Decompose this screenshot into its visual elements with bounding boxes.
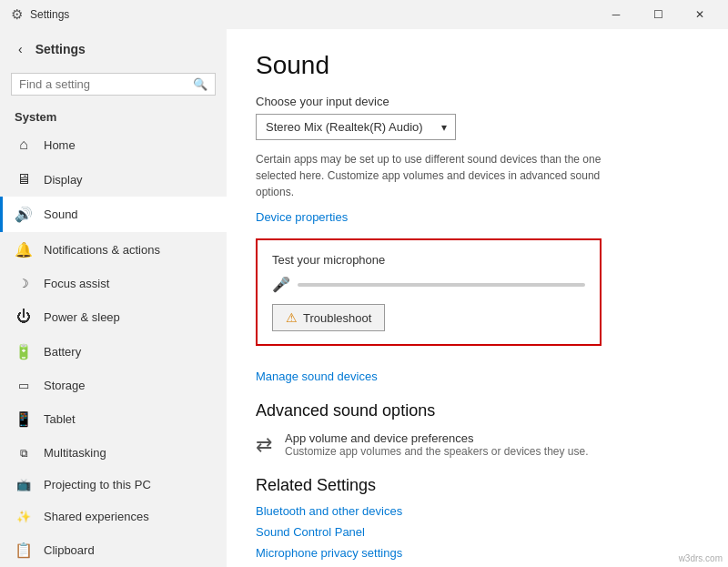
- titlebar-controls: ─ ☐ ✕: [595, 0, 721, 29]
- storage-icon: ▭: [15, 379, 33, 392]
- sidebar-item-label-tablet: Tablet: [44, 412, 76, 426]
- projecting-icon: 📺: [15, 478, 33, 491]
- advanced-item-text: App volume and device preferences Custom…: [285, 431, 589, 458]
- sound-description: Certain apps may be set up to use differ…: [256, 151, 620, 200]
- sidebar-app-title: Settings: [35, 42, 86, 56]
- sidebar-item-storage[interactable]: ▭ Storage: [0, 370, 227, 401]
- manage-sound-devices-link[interactable]: Manage sound devices: [256, 370, 378, 383]
- sidebar-item-power[interactable]: ⏻ Power & sleep: [0, 299, 227, 334]
- related-link-microphone-privacy[interactable]: Microphone privacy settings: [256, 546, 699, 560]
- sidebar-item-label-multitasking: Multitasking: [44, 446, 106, 460]
- sidebar-item-battery[interactable]: 🔋 Battery: [0, 334, 227, 370]
- search-box[interactable]: 🔍: [11, 73, 216, 96]
- watermark: w3drs.com: [679, 553, 723, 563]
- maximize-button[interactable]: ☐: [637, 0, 679, 29]
- advanced-item-desc: Customize app volumes and the speakers o…: [285, 445, 589, 458]
- page-title: Sound: [256, 51, 699, 80]
- search-input[interactable]: [19, 77, 187, 91]
- advanced-heading: Advanced sound options: [256, 401, 699, 420]
- sidebar-nav-header: ‹ Settings: [0, 29, 227, 69]
- input-device-select[interactable]: Stereo Mix (Realtek(R) Audio): [256, 114, 456, 140]
- sidebar-item-focus[interactable]: ☽ Focus assist: [0, 268, 227, 299]
- mic-test-label: Test your microphone: [272, 253, 585, 267]
- sidebar-item-label-sound: Sound: [44, 208, 78, 221]
- sidebar-item-label-power: Power & sleep: [44, 310, 120, 324]
- sidebar-item-label-storage: Storage: [44, 379, 86, 392]
- sound-icon: 🔊: [15, 206, 33, 223]
- display-icon: 🖥: [15, 171, 33, 187]
- multitasking-icon: ⧉: [15, 447, 33, 460]
- titlebar-left: ⚙ Settings: [11, 6, 69, 23]
- sidebar-item-label-clipboard: Clipboard: [44, 543, 95, 557]
- mic-button[interactable]: 🎤: [272, 276, 290, 293]
- mic-bar-row: 🎤: [272, 276, 585, 293]
- sidebar-item-tablet[interactable]: 📱 Tablet: [0, 401, 227, 437]
- close-button[interactable]: ✕: [679, 0, 721, 29]
- main-content: Sound Choose your input device Stereo Mi…: [227, 29, 728, 567]
- shared-icon: ✨: [15, 510, 33, 523]
- sidebar-item-sound[interactable]: 🔊 Sound: [0, 197, 227, 232]
- search-icon: 🔍: [193, 77, 207, 91]
- titlebar-title: Settings: [30, 8, 69, 21]
- advanced-item: ⇄ App volume and device preferences Cust…: [256, 431, 699, 458]
- sidebar-item-label-display: Display: [44, 173, 83, 187]
- related-link-bluetooth[interactable]: Bluetooth and other devices: [256, 504, 699, 518]
- home-icon: ⌂: [15, 137, 33, 153]
- notifications-icon: 🔔: [15, 241, 33, 258]
- sidebar-item-notifications[interactable]: 🔔 Notifications & actions: [0, 232, 227, 268]
- mic-bar-track: [298, 283, 585, 287]
- back-button[interactable]: ‹: [15, 38, 26, 60]
- battery-icon: 🔋: [15, 343, 33, 360]
- sidebar-item-display[interactable]: 🖥 Display: [0, 162, 227, 197]
- focus-icon: ☽: [15, 277, 33, 290]
- tablet-icon: 📱: [15, 410, 33, 428]
- sidebar-item-clipboard[interactable]: 📋 Clipboard: [0, 532, 227, 567]
- power-icon: ⏻: [15, 309, 33, 325]
- related-link-sound-control[interactable]: Sound Control Panel: [256, 525, 699, 539]
- troubleshoot-button[interactable]: ⚠ Troubleshoot: [272, 304, 385, 331]
- clipboard-icon: 📋: [15, 542, 33, 559]
- mic-test-box: Test your microphone 🎤 ⚠ Troubleshoot: [256, 238, 602, 346]
- sidebar-item-shared[interactable]: ✨ Shared experiences: [0, 501, 227, 532]
- sidebar-item-label-shared: Shared experiences: [44, 510, 149, 523]
- sidebar-item-multitasking[interactable]: ⧉ Multitasking: [0, 437, 227, 469]
- sidebar-section-label: System: [0, 103, 227, 127]
- minimize-button[interactable]: ─: [595, 0, 637, 29]
- titlebar: ⚙ Settings ─ ☐ ✕: [0, 0, 728, 29]
- sidebar: ‹ Settings 🔍 System ⌂ Home 🖥 Display 🔊 S…: [0, 29, 227, 567]
- app-volume-icon: ⇄: [256, 433, 272, 457]
- advanced-item-title[interactable]: App volume and device preferences: [285, 431, 589, 445]
- input-section-label: Choose your input device: [256, 95, 699, 108]
- input-device-dropdown[interactable]: Stereo Mix (Realtek(R) Audio) ▾: [256, 114, 456, 140]
- sidebar-item-label-battery: Battery: [44, 345, 81, 359]
- sidebar-item-projecting[interactable]: 📺 Projecting to this PC: [0, 469, 227, 501]
- app-container: ‹ Settings 🔍 System ⌂ Home 🖥 Display 🔊 S…: [0, 29, 728, 567]
- sidebar-item-label-projecting: Projecting to this PC: [44, 478, 151, 491]
- warning-icon: ⚠: [286, 310, 298, 325]
- sidebar-item-label-notifications: Notifications & actions: [44, 243, 160, 257]
- sidebar-item-label-home: Home: [44, 138, 76, 152]
- sidebar-item-home[interactable]: ⌂ Home: [0, 127, 227, 162]
- sidebar-item-label-focus: Focus assist: [44, 277, 109, 290]
- related-heading: Related Settings: [256, 476, 699, 495]
- troubleshoot-label: Troubleshoot: [303, 311, 371, 325]
- device-properties-link[interactable]: Device properties: [256, 210, 348, 224]
- settings-gear-icon: ⚙: [11, 6, 23, 23]
